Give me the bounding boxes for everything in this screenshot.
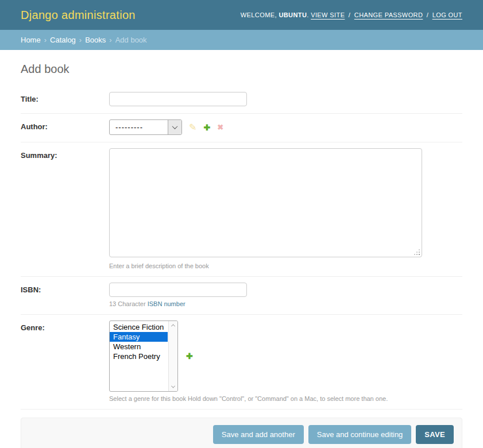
summary-textarea[interactable] [109,148,422,257]
author-select-value: --------- [110,120,168,134]
scroll-down-icon[interactable] [171,384,175,388]
page-title: Add book [21,63,462,76]
genre-option-french-poetry[interactable]: French Poetry [110,352,168,361]
author-select[interactable]: --------- [109,119,182,135]
isbn-number-link[interactable]: ISBN number [148,300,186,307]
site-title[interactable]: Django administration [21,9,136,22]
add-author-icon[interactable]: ✚ [203,123,210,132]
form-row-genre: Genre: Science Fiction Fantasy Western F… [21,315,462,410]
chevron-down-icon[interactable] [168,120,181,134]
isbn-help-prefix: 13 Character [109,300,148,307]
scroll-up-icon[interactable] [171,324,175,328]
genre-option-fantasy[interactable]: Fantasy [110,332,168,342]
author-label: Author: [21,119,109,135]
username-suffix: . [307,11,308,18]
breadcrumb-separator: › [79,36,82,44]
breadcrumb-books[interactable]: Books [85,36,106,44]
save-button[interactable]: SAVE [416,425,454,444]
save-and-continue-button[interactable]: Save and continue editing [308,425,412,444]
genre-option-science-fiction[interactable]: Science Fiction [110,322,168,332]
resize-handle-icon[interactable] [414,249,420,255]
title-label: Title: [21,92,109,106]
genre-label: Genre: [21,320,109,402]
breadcrumb-separator: › [44,36,47,44]
form-row-author: Author: --------- ✎ ✚ ✖ [21,114,462,142]
log-out-link[interactable]: LOG OUT [432,11,462,18]
content-area: Add book Title: Author: --------- ✎ ✚ ✖ [0,50,483,448]
breadcrumb-home[interactable]: Home [21,36,41,44]
save-and-add-another-button[interactable]: Save and add another [213,425,304,444]
link-separator: / [427,11,428,18]
genre-option-western[interactable]: Western [110,342,168,352]
change-password-link[interactable]: CHANGE PASSWORD [354,11,423,18]
summary-label: Summary: [21,148,109,269]
edit-pencil-icon[interactable]: ✎ [189,122,196,133]
listbox-scrollbar[interactable] [168,321,177,391]
isbn-help-text: 13 Character ISBN number [109,300,462,307]
breadcrumb: Home › Catalog › Books › Add book [0,30,483,50]
form-row-isbn: ISBN: 13 Character ISBN number [21,277,462,315]
title-input[interactable] [109,92,247,106]
submit-row: Save and add another Save and continue e… [21,418,462,448]
form-row-title: Title: [21,86,462,114]
delete-author-icon[interactable]: ✖ [217,123,223,132]
add-genre-icon[interactable]: ✚ [186,352,193,361]
admin-header: Django administration WELCOME, UBUNTU. V… [0,0,483,30]
isbn-input[interactable] [109,283,247,297]
breadcrumb-separator: › [109,36,111,44]
breadcrumb-current: Add book [115,36,147,44]
summary-help-text: Enter a brief description of the book [109,262,462,269]
view-site-link[interactable]: VIEW SITE [311,11,345,18]
genre-multiselect[interactable]: Science Fiction Fantasy Western French P… [109,320,178,392]
link-separator: / [349,11,350,18]
breadcrumb-catalog[interactable]: Catalog [50,36,76,44]
genre-help-text: Select a genre for this book Hold down "… [109,395,462,402]
welcome-text: WELCOME, [241,11,277,18]
username: UBUNTU [279,11,307,18]
isbn-label: ISBN: [21,283,109,307]
author-related-actions: ✎ ✚ ✖ [189,122,223,133]
user-tools: WELCOME, UBUNTU. VIEW SITE / CHANGE PASS… [241,11,462,18]
form-row-summary: Summary: Enter a brief description of th… [21,142,462,277]
